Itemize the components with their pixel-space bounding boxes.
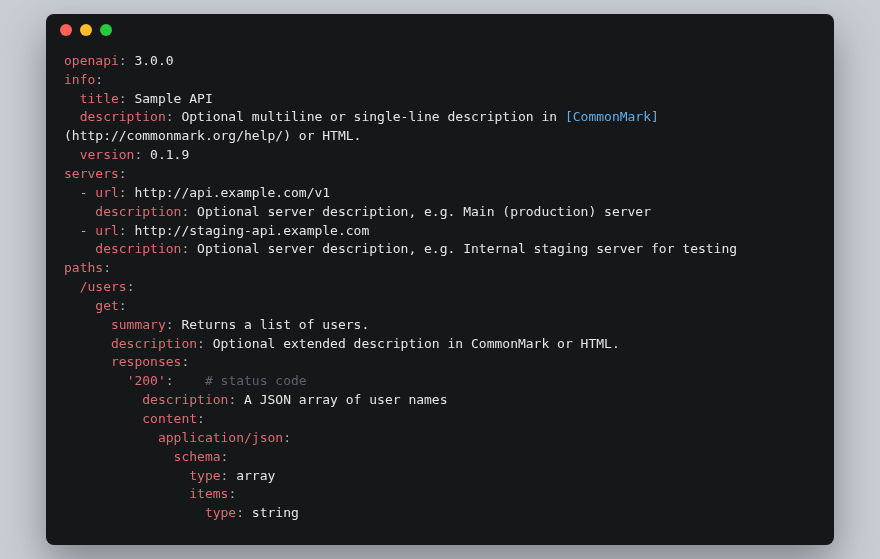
colon: : (119, 91, 135, 106)
key-type: type (189, 468, 220, 483)
key-info: info (64, 72, 95, 87)
key-description: description (142, 392, 228, 407)
val-openapi: 3.0.0 (134, 53, 173, 68)
colon: : (181, 354, 189, 369)
dash: - (80, 185, 88, 200)
key-description: description (95, 241, 181, 256)
key-description: description (80, 109, 166, 124)
close-icon[interactable] (60, 24, 72, 36)
val-type-string: string (252, 505, 299, 520)
colon: : (119, 185, 135, 200)
colon: : (127, 279, 135, 294)
val-type-array: array (236, 468, 275, 483)
val-summary: Returns a list of users. (181, 317, 369, 332)
colon: : (134, 147, 150, 162)
key-get: get (95, 298, 118, 313)
colon: : (166, 109, 182, 124)
maximize-icon[interactable] (100, 24, 112, 36)
colon: : (119, 223, 135, 238)
colon: : (119, 298, 127, 313)
colon: : (166, 373, 174, 388)
key-appjson: application/json (158, 430, 283, 445)
val-url1: http://api.example.com/v1 (134, 185, 330, 200)
key-content: content (142, 411, 197, 426)
dash: - (80, 223, 88, 238)
colon: : (236, 505, 252, 520)
colon: : (221, 468, 237, 483)
val-desc1: Optional server description, e.g. Main (… (197, 204, 651, 219)
key-users: /users (80, 279, 127, 294)
colon: : (181, 241, 197, 256)
colon: : (119, 166, 127, 181)
colon: : (221, 449, 229, 464)
colon: : (103, 260, 111, 275)
code-block: openapi: 3.0.0 info: title: Sample API d… (46, 46, 834, 545)
code-window: openapi: 3.0.0 info: title: Sample API d… (46, 14, 834, 545)
key-responses: responses (111, 354, 181, 369)
minimize-icon[interactable] (80, 24, 92, 36)
val-title: Sample API (134, 91, 212, 106)
key-description: description (95, 204, 181, 219)
comment-status: # status code (205, 373, 307, 388)
colon: : (228, 392, 244, 407)
window-titlebar (46, 14, 834, 46)
key-title: title (80, 91, 119, 106)
val-desc-pre: Optional multiline or single-line descri… (181, 109, 565, 124)
val-resp-desc: A JSON array of user names (244, 392, 448, 407)
colon: : (181, 204, 197, 219)
colon: : (283, 430, 291, 445)
val-desc2: Optional server description, e.g. Intern… (197, 241, 737, 256)
colon: : (95, 72, 103, 87)
key-openapi: openapi (64, 53, 119, 68)
key-version: version (80, 147, 135, 162)
colon: : (119, 53, 135, 68)
key-servers: servers (64, 166, 119, 181)
val-desc-post: (http://commonmark.org/help/) or HTML. (64, 128, 361, 143)
key-paths: paths (64, 260, 103, 275)
val-url2: http://staging-api.example.com (134, 223, 369, 238)
colon: : (197, 336, 213, 351)
colon: : (228, 486, 236, 501)
key-url: url (95, 185, 118, 200)
key-items: items (189, 486, 228, 501)
key-type: type (205, 505, 236, 520)
key-url: url (95, 223, 118, 238)
colon: : (166, 317, 182, 332)
key-status: '200' (127, 373, 166, 388)
val-version: 0.1.9 (150, 147, 189, 162)
key-description: description (111, 336, 197, 351)
key-schema: schema (174, 449, 221, 464)
colon: : (197, 411, 205, 426)
link-commonmark: [CommonMark] (565, 109, 659, 124)
val-get-desc: Optional extended description in CommonM… (213, 336, 620, 351)
key-summary: summary (111, 317, 166, 332)
